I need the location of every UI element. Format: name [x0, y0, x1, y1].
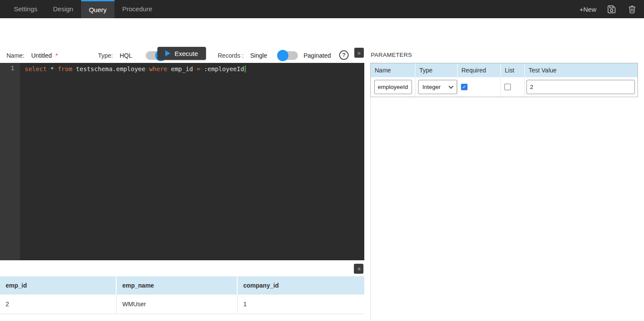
- chevron-down-icon: [448, 84, 453, 88]
- name-label: Name:: [7, 52, 24, 59]
- sql-token: ·: [200, 66, 204, 72]
- execute-label: Execute: [174, 50, 198, 57]
- records-option-single[interactable]: Single: [250, 52, 267, 59]
- sql-token: ·: [72, 66, 76, 72]
- param-test-value-cell: [525, 77, 637, 97]
- sql-editor[interactable]: 1 select·*·from·testschema.employee·wher…: [0, 63, 364, 260]
- sql-token: from: [58, 66, 72, 72]
- param-type-select[interactable]: Integer: [418, 80, 457, 94]
- results-table: emp_id emp_name company_id 2 WMUser 1: [0, 276, 364, 314]
- tab-query[interactable]: Query: [81, 0, 114, 18]
- query-settings-bar: Name: Untitled * Type: HQL Native SQL Re…: [0, 18, 644, 63]
- double-chevron-right-icon: »: [357, 49, 361, 56]
- param-required-cell: ✓: [458, 77, 501, 97]
- results-header-company-id: company_id: [238, 276, 364, 295]
- parameters-title: PARAMETERS: [371, 52, 412, 58]
- param-header-type: Type: [415, 63, 458, 77]
- collapse-panel-button[interactable]: »: [354, 48, 364, 58]
- query-name-value[interactable]: Untitled: [31, 52, 52, 59]
- param-type-value: Integer: [422, 84, 441, 90]
- sql-token: ·: [145, 66, 149, 72]
- sql-token: testschema.employee: [76, 66, 145, 72]
- query-editor-screen: Settings Design Query Procedure +New: [0, 0, 644, 321]
- list-checkbox[interactable]: [504, 84, 511, 90]
- required-checkbox[interactable]: ✓: [461, 84, 467, 90]
- records-option-paginated[interactable]: Paginated: [304, 52, 331, 59]
- help-icon[interactable]: ?: [339, 50, 349, 60]
- param-header-test-value: Test Value: [525, 63, 637, 77]
- panel-divider: [370, 97, 371, 321]
- sql-code-line[interactable]: select·*·from·testschema.employee·where·…: [20, 63, 246, 260]
- type-option-hql[interactable]: HQL: [120, 52, 132, 59]
- result-cell-emp-id: 2: [0, 295, 117, 314]
- sql-token: :employeeId: [204, 66, 244, 72]
- expand-results-button[interactable]: »: [354, 264, 363, 274]
- sql-token: ·: [193, 66, 196, 72]
- sql-token: ·: [54, 66, 57, 72]
- parameters-table: Name Type Required List Test Value Integ…: [370, 63, 638, 97]
- results-header-row: emp_id emp_name company_id: [0, 276, 364, 295]
- sql-token: select: [25, 66, 47, 72]
- parameter-row: Integer ✓: [371, 77, 637, 97]
- tab-settings[interactable]: Settings: [6, 0, 45, 18]
- delete-icon[interactable]: [627, 4, 637, 15]
- param-type-cell: Integer: [415, 77, 458, 97]
- topbar-actions: +New: [579, 0, 644, 18]
- tab-procedure[interactable]: Procedure: [114, 0, 160, 18]
- param-list-cell: [501, 77, 525, 97]
- parameters-header-row: Name Type Required List Test Value: [371, 63, 637, 77]
- param-header-name: Name: [371, 63, 415, 77]
- test-value-input[interactable]: [526, 80, 635, 94]
- tab-bar: Settings Design Query Procedure: [0, 0, 160, 18]
- table-row[interactable]: 2 WMUser 1: [0, 295, 364, 314]
- sql-token: where: [149, 66, 167, 72]
- sql-token: emp_id: [171, 66, 193, 72]
- results-header-emp-name: emp_name: [117, 276, 238, 295]
- param-name-cell: [371, 77, 415, 97]
- topbar: Settings Design Query Procedure +New: [0, 0, 644, 18]
- records-toggle[interactable]: [278, 51, 298, 60]
- results-header-emp-id: emp_id: [0, 276, 117, 295]
- new-query-button[interactable]: +New: [579, 6, 596, 13]
- tab-design[interactable]: Design: [45, 0, 81, 18]
- execute-button[interactable]: Execute: [157, 47, 206, 60]
- text-cursor: [245, 66, 246, 72]
- sql-token: =: [196, 66, 200, 72]
- param-header-required: Required: [458, 63, 501, 77]
- type-label: Type:: [98, 52, 113, 59]
- param-name-input[interactable]: [374, 80, 412, 94]
- required-marker: *: [56, 52, 58, 59]
- sql-token: ·: [167, 66, 171, 72]
- sql-token: ·: [47, 66, 50, 72]
- param-header-list: List: [501, 63, 525, 77]
- play-icon: [165, 50, 170, 56]
- result-cell-emp-name: WMUser: [117, 295, 238, 314]
- line-number: 1: [11, 65, 14, 72]
- save-icon[interactable]: [606, 4, 617, 15]
- double-chevron-up-icon: »: [355, 267, 362, 271]
- editor-gutter: 1: [0, 63, 20, 260]
- result-cell-company-id: 1: [238, 295, 364, 314]
- records-label: Records :: [218, 52, 244, 59]
- toggle-thumb: [277, 50, 288, 61]
